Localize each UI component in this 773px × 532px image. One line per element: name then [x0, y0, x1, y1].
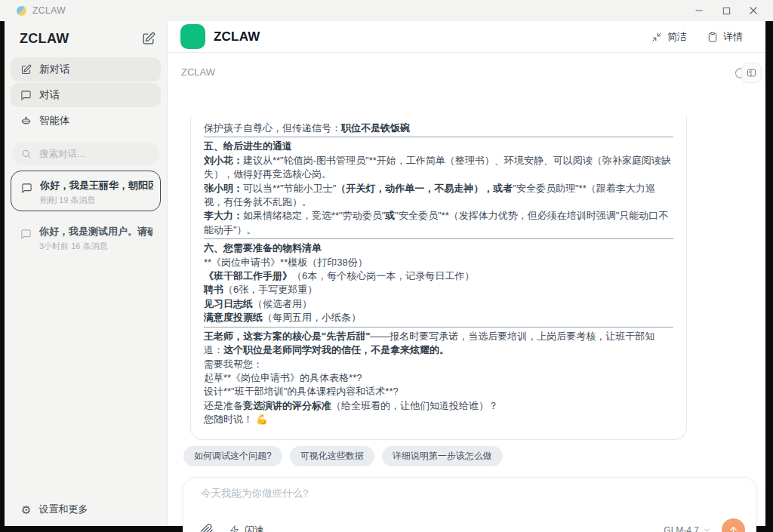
chat-bubble-icon: [20, 89, 32, 101]
message-line: 满意度投票纸（每周五用，小纸条）: [204, 311, 673, 324]
message-line: 王老师，这套方案的核心是"先苦后甜"——报名时要写承诺，当选后要培训，上岗后要考…: [204, 330, 673, 358]
conversation-title: 你好，我是测试用户。请确...: [39, 225, 152, 238]
details-label: 详情: [723, 30, 743, 44]
message-line: 《班干部工作手册》（6本，每个核心岗一本，记录每日工作）: [204, 269, 673, 283]
search-box[interactable]: [12, 142, 159, 165]
clipboard-icon: [707, 31, 718, 42]
sidebar-item-agents[interactable]: 智能体: [11, 109, 161, 133]
message-line: 六、您需要准备的物料清单: [204, 241, 673, 255]
side-panel-toggle-button[interactable]: [741, 63, 762, 83]
conversation-meta: 3小时前 16 条消息: [39, 241, 152, 252]
message-line: 保护孩子自尊心，但传递信号：职位不是铁饭碗: [204, 121, 673, 135]
model-name: GLM-4.7: [664, 525, 699, 532]
conversation-item[interactable]: 你好，我是测试用户。请确... 3小时前 16 条消息: [11, 217, 161, 252]
sidebar-title: ZCLAW: [20, 31, 69, 47]
composer: 闪速 GLM-4.7: [183, 477, 756, 532]
window-title: ZCLAW: [32, 5, 66, 16]
gear-icon: ⚙: [21, 504, 31, 515]
message-divider: [204, 327, 673, 328]
sidebar-item-label: 智能体: [39, 114, 70, 128]
message-line: 五、给后进生的通道: [204, 140, 673, 153]
conversation-title: 你好，我是王丽华，朝阳区...: [40, 179, 153, 192]
message-body: 保护孩子自尊心，但传递信号：职位不是铁饭碗五、给后进生的通道刘小花：建议从**"…: [204, 121, 673, 427]
sidebar-item-label: 新对话: [39, 63, 70, 76]
concise-label: 简洁: [667, 30, 687, 44]
details-mode-button[interactable]: 详情: [707, 30, 743, 44]
message-line: 聘书（6张，手写更郑重）: [204, 283, 673, 297]
message-line: 设计**"班干部培训"的具体课程内容和话术**?: [204, 385, 673, 398]
chat-peer-label: ZCLAW: [181, 66, 215, 78]
message-line: 起草**《岗位申请书》的具体表格**?: [204, 371, 673, 385]
message-line: 需要我帮您：: [204, 358, 673, 371]
chevron-down-icon: [702, 526, 711, 532]
sidebar-item-label: 对话: [39, 88, 60, 102]
chat-area: ZCLAW 保护孩子自尊心，但传递信号：职位不是铁饭碗五、给后进生的通道刘小花：…: [168, 53, 765, 526]
main-panel: ZCLAW 简洁 详情: [168, 21, 765, 526]
maximize-button[interactable]: [713, 0, 740, 21]
send-button[interactable]: [722, 518, 745, 532]
search-input[interactable]: [38, 148, 143, 160]
app-frame: ZCLAW 新对话 对话: [0, 21, 773, 532]
os-titlebar: ZCLAW: [0, 0, 773, 21]
model-selector[interactable]: GLM-4.7: [664, 525, 711, 532]
app-window: ZCLAW ZCLAW: [0, 0, 773, 532]
sidebar-nav: 新对话 对话 智能体: [11, 57, 161, 134]
message-line: 刘小花：建议从**"轮值岗-图书管理员"**开始，工作简单（整理书）、环境安静、…: [204, 154, 673, 182]
prompt-input[interactable]: [199, 487, 652, 500]
lightning-icon: [229, 524, 240, 532]
suggestion-chips: 如何调试这个问题? 可视化这些数据 详细说明第一步该怎么做: [183, 446, 503, 466]
flash-mode-button[interactable]: 闪速: [229, 524, 264, 532]
search-icon: [20, 148, 32, 159]
message-line: 李大力：如果情绪稳定，竞选**"劳动委员"或"安全委员"**（发挥体力优势，但必…: [204, 209, 673, 237]
message-line: **《岗位申请书》**模板（打印38份）: [204, 256, 673, 269]
conversation-item-selected[interactable]: 你好，我是王丽华，朝阳区... 刚刚 19 条消息: [11, 171, 161, 211]
suggestion-chip[interactable]: 如何调试这个问题?: [183, 446, 282, 466]
chat-bubble-icon: [20, 182, 32, 194]
suggestion-chip[interactable]: 可视化这些数据: [290, 446, 374, 466]
new-chat-icon[interactable]: [140, 30, 156, 47]
message-line: 还是准备竞选演讲的评分标准（给全班看的，让他们知道投给谁）？: [204, 399, 673, 413]
flash-mode-label: 闪速: [245, 524, 264, 532]
collapse-icon: [651, 31, 662, 42]
conversation-meta: 刚刚 19 条消息: [40, 195, 153, 206]
minimize-button[interactable]: [685, 0, 713, 21]
sidebar-item-chats[interactable]: 对话: [11, 83, 161, 107]
attach-file-icon[interactable]: [199, 523, 214, 532]
message-divider: [204, 137, 673, 137]
sidebar: ZCLAW 新对话 对话: [5, 21, 168, 526]
assistant-message: 保护孩子自尊心，但传递信号：职位不是铁饭碗五、给后进生的通道刘小花：建议从**"…: [190, 116, 687, 440]
app-logo-icon: [17, 6, 26, 16]
concise-mode-button[interactable]: 简洁: [651, 30, 687, 44]
message-divider: [204, 238, 673, 239]
message-line: 您随时说！ 💪: [204, 413, 673, 426]
close-button[interactable]: [740, 0, 767, 21]
main-header: ZCLAW 简洁 详情: [168, 21, 765, 53]
settings-and-more[interactable]: ⚙ 设置和更多: [21, 503, 88, 516]
message-line: 见习日志纸（候选者用）: [204, 297, 673, 311]
message-line: 张小明：可以当**"节能小卫士"（开关灯，动作单一，不易走神），或者"安全委员助…: [204, 182, 673, 210]
brand-logo-icon: [180, 24, 205, 49]
compose-icon: [20, 63, 32, 75]
settings-label: 设置和更多: [38, 503, 88, 516]
robot-icon: [20, 115, 32, 127]
suggestion-chip[interactable]: 详细说明第一步该怎么做: [382, 446, 503, 466]
sidebar-item-new-chat[interactable]: 新对话: [11, 57, 161, 81]
chat-bubble-icon: [20, 228, 32, 240]
brand-name: ZCLAW: [214, 29, 260, 45]
